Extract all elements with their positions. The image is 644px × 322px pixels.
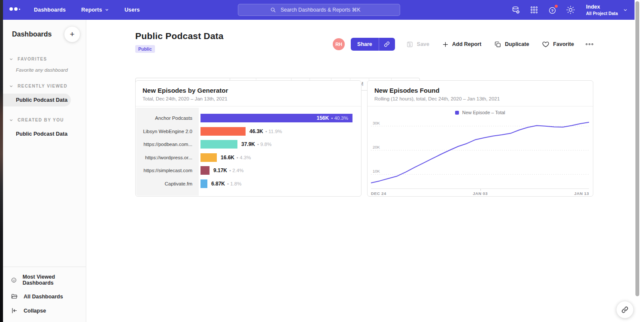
topbar: DashboardsReportsUsers bbox=[3, 0, 635, 20]
bar-chart: Anchor Podcasts156K• 40.3%Libsyn WebEngi… bbox=[136, 108, 361, 196]
link-icon bbox=[621, 306, 629, 314]
action-bar: RH Share Save Add Report bbox=[333, 38, 594, 51]
notification-badge bbox=[555, 5, 558, 8]
sidebar-footer-most-viewed-dashboards[interactable]: Most Viewed Dashboards bbox=[3, 270, 86, 289]
bar bbox=[200, 140, 237, 149]
nav-item-users[interactable]: Users bbox=[125, 7, 140, 13]
save-button[interactable]: Save bbox=[406, 41, 429, 48]
y-axis-label: 20K bbox=[373, 145, 381, 149]
line-chart-svg bbox=[371, 118, 589, 189]
sidebar-item[interactable]: Public Podcast Data bbox=[3, 128, 86, 140]
project-switcher[interactable]: Index All Project Data bbox=[586, 3, 628, 16]
app-logo-icon[interactable] bbox=[9, 7, 20, 12]
sidebar-empty-text: Favorite any dashboard bbox=[3, 65, 86, 80]
project-name: Index bbox=[586, 3, 618, 10]
line-chart-title: New Episodes Found bbox=[374, 87, 586, 94]
duplicate-icon bbox=[494, 41, 501, 48]
bar-chart-card: New Episodes by Generator Total, Dec 24t… bbox=[135, 80, 361, 197]
sidebar-footer-collapse[interactable]: Collapse bbox=[3, 304, 86, 318]
heart-icon bbox=[542, 40, 550, 48]
line-chart-plot: 10K20K30K bbox=[371, 118, 589, 189]
main-content: Public Podcast Data Public RH Share Save bbox=[135, 20, 594, 322]
scrollbar-thumb[interactable] bbox=[635, 1, 639, 296]
bar-row: https://simplecast.com9.17K• 2.4% bbox=[136, 164, 361, 177]
bar bbox=[200, 127, 246, 136]
bar-row: https://wordpress.or...16.6K• 4.3% bbox=[136, 151, 361, 164]
duplicate-button[interactable]: Duplicate bbox=[494, 41, 529, 48]
collapse-left-icon bbox=[11, 307, 18, 314]
line-chart-card: New Episodes Found Rolling (12 hours), t… bbox=[367, 80, 593, 197]
search-bar[interactable] bbox=[238, 4, 400, 16]
bar-category-label: https://podbean.com... bbox=[136, 138, 199, 151]
bar bbox=[200, 166, 210, 175]
svg-text:?: ? bbox=[551, 8, 554, 12]
bar-category-label: Anchor Podcasts bbox=[136, 112, 199, 125]
save-icon bbox=[406, 41, 413, 48]
sidebar-section-header[interactable]: CREATED BY YOU bbox=[3, 114, 86, 126]
x-axis-label: JAN 13 bbox=[574, 191, 589, 196]
bar-value: 46.3K• 11.9% bbox=[249, 125, 282, 138]
help-icon[interactable]: ? bbox=[548, 6, 557, 15]
sidebar-item[interactable]: Public Podcast Data bbox=[3, 94, 71, 106]
bar bbox=[200, 153, 217, 162]
y-axis-label: 30K bbox=[373, 121, 381, 125]
plus-icon bbox=[442, 41, 449, 48]
legend-swatch bbox=[455, 111, 459, 115]
bar-row: https://podbean.com...37.9K• 9.8% bbox=[136, 138, 361, 151]
bar-category-label: https://simplecast.com bbox=[136, 164, 199, 177]
bar-row: Libsyn WebEngine 2.046.3K• 11.9% bbox=[136, 125, 361, 138]
bar-category-label: Captivate.fm bbox=[136, 177, 199, 190]
bar-category-label: Libsyn WebEngine 2.0 bbox=[136, 125, 199, 138]
sidebar-footer: Most Viewed DashboardsAll DashboardsColl… bbox=[3, 267, 86, 322]
legend-label: New Episode – Total bbox=[462, 110, 505, 115]
nav-item-dashboards[interactable]: Dashboards bbox=[34, 7, 66, 13]
bar-value: 6.87K• 1.8% bbox=[211, 177, 241, 190]
bar-row: Anchor Podcasts156K• 40.3% bbox=[136, 112, 361, 125]
chevron-down-icon bbox=[9, 84, 13, 88]
favorite-button[interactable]: Favorite bbox=[542, 40, 574, 48]
add-report-button[interactable]: Add Report bbox=[442, 41, 481, 48]
bar-chart-title: New Episodes by Generator bbox=[143, 87, 354, 94]
report-cards: New Episodes by Generator Total, Dec 24t… bbox=[135, 80, 593, 197]
settings-gear-icon[interactable] bbox=[566, 6, 575, 14]
sidebar-section-header[interactable]: RECENTLY VIEWED bbox=[3, 80, 86, 92]
chevron-down-icon bbox=[9, 57, 13, 61]
sidebar-sections: FAVORITESFavorite any dashboardRECENTLY … bbox=[3, 53, 86, 140]
project-subtitle: All Project Data bbox=[586, 11, 618, 16]
bar bbox=[200, 179, 207, 188]
folder-icon bbox=[11, 293, 18, 300]
chart-legend: New Episode – Total bbox=[368, 110, 593, 115]
sidebar-footer-all-dashboards[interactable]: All Dashboards bbox=[3, 289, 86, 304]
bar-chart-subtitle: Total, Dec 24th, 2020 – Jan 13th, 2021 bbox=[143, 96, 354, 101]
smiley-icon bbox=[11, 276, 17, 284]
avatar[interactable]: RH bbox=[333, 38, 345, 50]
screen-edge-strip bbox=[0, 0, 3, 322]
x-axis-label: DEC 24 bbox=[371, 191, 386, 196]
x-axis-label: JAN 03 bbox=[473, 191, 488, 196]
search-input[interactable] bbox=[280, 6, 368, 13]
topbar-nav: DashboardsReportsUsers bbox=[34, 7, 140, 13]
x-axis-labels: DEC 24JAN 03JAN 13 bbox=[371, 191, 589, 196]
add-dashboard-button[interactable]: + bbox=[64, 27, 80, 42]
sidebar-section-header[interactable]: FAVORITES bbox=[3, 53, 86, 65]
x-axis-tick bbox=[480, 189, 481, 191]
apps-grid-icon[interactable] bbox=[530, 6, 538, 14]
share-link-floating-button[interactable] bbox=[617, 301, 633, 318]
bar-value: 156K• 40.3% bbox=[316, 114, 348, 122]
bar-value: 9.17K• 2.4% bbox=[213, 164, 243, 177]
nav-item-reports[interactable]: Reports bbox=[81, 7, 109, 13]
bar-value: 37.9K• 9.8% bbox=[241, 138, 271, 151]
sidebar: Dashboards + FAVORITESFavorite any dashb… bbox=[3, 20, 86, 322]
share-link-icon[interactable] bbox=[379, 38, 395, 51]
y-axis-label: 10K bbox=[373, 169, 381, 173]
line-chart-subtitle: Rolling (12 hours), total, Dec 24th, 202… bbox=[374, 96, 586, 101]
more-dots-icon bbox=[585, 43, 594, 46]
bar-value: 16.6K• 4.3% bbox=[221, 151, 251, 164]
chevron-down-icon bbox=[9, 118, 13, 122]
sidebar-title: Dashboards bbox=[12, 30, 52, 38]
data-source-icon[interactable] bbox=[511, 6, 520, 15]
topbar-right: ? Index All Project Data bbox=[511, 3, 628, 16]
bar-row: Captivate.fm6.87K• 1.8% bbox=[136, 177, 361, 190]
share-button[interactable]: Share bbox=[351, 38, 395, 51]
more-options-button[interactable] bbox=[585, 43, 594, 46]
